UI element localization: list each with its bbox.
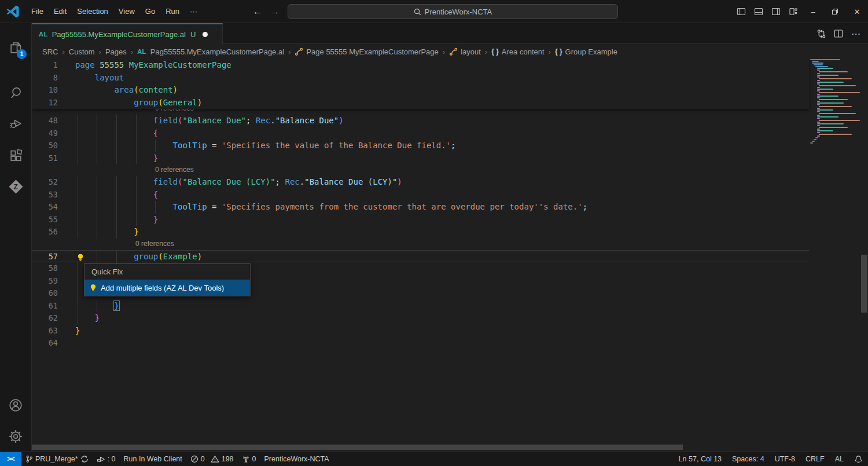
toggle-sidebar-icon[interactable] [733, 0, 750, 23]
nav-forward-icon[interactable]: → [267, 0, 282, 23]
sticky-code-line[interactable]: 12 group(General) [32, 97, 809, 109]
vertical-scrollbar[interactable] [860, 59, 868, 452]
notifications-bell-icon[interactable] [849, 452, 868, 466]
vertical-scrollbar-thumb[interactable] [861, 255, 867, 313]
more-actions-icon[interactable]: ⋯ [847, 23, 865, 44]
nav-back-icon[interactable]: ← [250, 0, 265, 23]
git-branch-item[interactable]: PRU_Merge* [21, 452, 93, 466]
line-number[interactable]: 51 [32, 152, 58, 165]
line-number[interactable]: 57 [32, 251, 58, 263]
code-line[interactable]: 52 field("Balance Due (LCY)"; Rec."Balan… [32, 176, 809, 189]
remote-indicator[interactable]: >< [0, 452, 21, 466]
explorer-icon[interactable]: 1 [0, 34, 31, 61]
ports-item[interactable]: 0 [238, 452, 260, 466]
line-number[interactable]: 62 [32, 312, 58, 325]
code-line[interactable]: 55 } [32, 214, 809, 226]
run-in-web-client-button[interactable]: Run In Web Client [120, 452, 186, 466]
sticky-code-line[interactable]: 1page 55555 MyExampleCustomerPage [32, 59, 809, 72]
code-line[interactable]: 63} [32, 325, 809, 337]
language-mode-item[interactable]: AL [830, 452, 849, 466]
menu-go[interactable]: Go [140, 0, 160, 23]
toggle-panel-icon[interactable] [750, 0, 767, 23]
code-line[interactable]: 50 ToolTip = 'Specifies the value of the… [32, 140, 809, 152]
command-center-search[interactable]: PrenticeWorx-NCTA [288, 4, 618, 19]
code-line[interactable]: 62 } [32, 312, 809, 325]
code-line[interactable]: 64 [32, 337, 809, 350]
breadcrumb-item[interactable]: { }Area content [491, 47, 544, 56]
menu-run[interactable]: Run [160, 0, 185, 23]
status-bar: >< PRU_Merge* : 0 Run In Web Client 0 19… [0, 452, 868, 466]
breadcrumb-item[interactable]: SRC [42, 47, 58, 56]
eol-item[interactable]: CRLF [800, 452, 830, 466]
line-number[interactable]: 56 [32, 226, 58, 238]
menu-edit[interactable]: Edit [49, 0, 72, 23]
breadcrumb-item[interactable]: Pages [105, 47, 127, 56]
code-line[interactable]: 51 } [32, 152, 809, 165]
menu-selection[interactable]: Selection [72, 0, 113, 23]
toggle-secondary-sidebar-icon[interactable] [767, 0, 785, 23]
codelens-references[interactable]: 0 references [32, 238, 809, 250]
accounts-icon[interactable] [0, 391, 31, 419]
code-line[interactable]: 61 } [32, 300, 809, 313]
cursor-position-item[interactable]: Ln 57, Col 13 [674, 452, 727, 466]
line-number[interactable]: 12 [32, 97, 58, 109]
line-number[interactable]: 1 [32, 59, 58, 72]
menu-[interactable]: ··· [185, 0, 203, 23]
code-line[interactable]: 53 { [32, 189, 809, 201]
problems-item[interactable]: 0 198 [186, 452, 238, 466]
code-line[interactable]: 56 } [32, 226, 809, 238]
minimap[interactable] [810, 59, 860, 452]
breadcrumb-item[interactable]: layout [449, 47, 481, 56]
line-number[interactable]: 10 [32, 84, 58, 97]
quick-fix-item[interactable]: Add multiple fields (AZ AL Dev Tools) [84, 280, 250, 296]
menu-file[interactable]: File [26, 0, 49, 23]
horizontal-scrollbar-thumb[interactable] [32, 445, 683, 450]
line-number[interactable]: 48 [32, 115, 58, 127]
minimap-line [817, 129, 820, 130]
extensions-icon[interactable] [0, 141, 31, 169]
sticky-code-line[interactable]: 8 layout [32, 72, 809, 85]
project-config-item[interactable]: PrenticeWorx-NCTA [260, 452, 333, 466]
breadcrumb-item[interactable]: { }Group Example [555, 47, 617, 56]
code-line[interactable]: 48 field("Balance Due"; Rec."Balance Due… [32, 115, 809, 127]
code-line[interactable]: 49 { [32, 127, 809, 140]
az-al-dev-tools-icon[interactable]: Z [0, 173, 31, 200]
tab-modified-dot-icon[interactable] [203, 32, 208, 37]
code-line[interactable]: 57 group(Example) [32, 250, 809, 263]
tab-active-file[interactable]: AL Pag55555.MyExampleCustomerPage.al U [32, 23, 223, 44]
line-number[interactable]: 52 [32, 176, 58, 189]
compare-changes-icon[interactable] [812, 23, 830, 44]
menu-view[interactable]: View [113, 0, 140, 23]
minimize-icon[interactable]: – [802, 0, 824, 23]
line-number[interactable]: 50 [32, 140, 58, 152]
breadcrumb-item[interactable]: ALPag55555.MyExampleCustomerPage.al [137, 47, 284, 56]
minimap-line [817, 89, 833, 90]
restore-icon[interactable] [824, 0, 846, 23]
run-debug-icon[interactable] [0, 109, 31, 137]
codelens-references[interactable]: 0 references [32, 164, 809, 176]
code-editor[interactable]: 0 references48 field("Balance Due"; Rec.… [32, 59, 868, 452]
line-number[interactable]: 58 [32, 262, 58, 275]
line-number[interactable]: 59 [32, 275, 58, 288]
line-number[interactable]: 61 [32, 300, 58, 313]
search-view-icon[interactable] [0, 79, 31, 107]
line-number[interactable]: 63 [32, 325, 58, 337]
indentation-item[interactable]: Spaces: 4 [727, 452, 770, 466]
split-editor-icon[interactable] [830, 23, 847, 44]
line-number[interactable]: 53 [32, 189, 58, 201]
encoding-item[interactable]: UTF-8 [770, 452, 800, 466]
close-icon[interactable]: ✕ [846, 0, 868, 23]
line-number[interactable]: 8 [32, 72, 58, 85]
line-number[interactable]: 60 [32, 287, 58, 300]
customize-layout-icon[interactable] [785, 0, 802, 23]
settings-gear-icon[interactable] [0, 423, 31, 450]
line-number[interactable]: 55 [32, 214, 58, 226]
debug-status-item[interactable]: : 0 [93, 452, 120, 466]
line-number[interactable]: 64 [32, 337, 58, 350]
breadcrumb-item[interactable]: Custom [69, 47, 95, 56]
breadcrumb-item[interactable]: Page 55555 MyExampleCustomerPage [295, 47, 438, 56]
sticky-code-line[interactable]: 10 area(content) [32, 84, 809, 97]
line-number[interactable]: 54 [32, 201, 58, 214]
code-line[interactable]: 54 ToolTip = 'Specifies payments from th… [32, 201, 809, 214]
line-number[interactable]: 49 [32, 127, 58, 140]
